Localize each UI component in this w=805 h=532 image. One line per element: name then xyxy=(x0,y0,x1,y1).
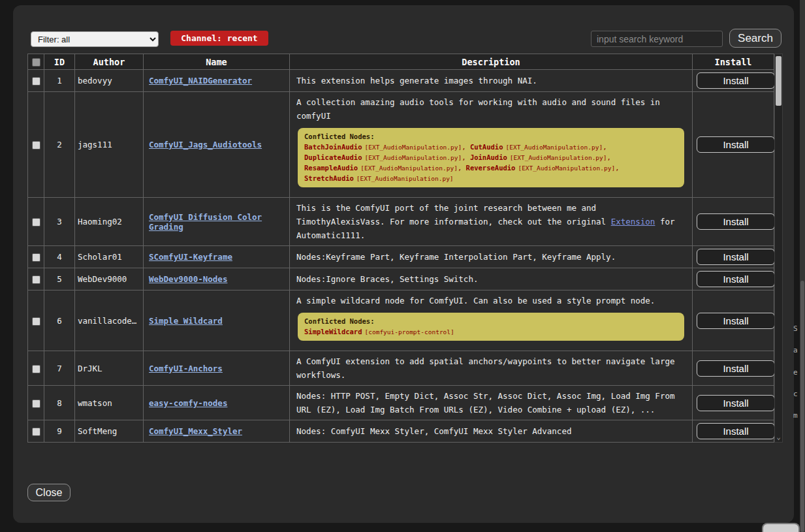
description-text: Nodes: HTTP POST, Empty Dict, Assoc Str,… xyxy=(296,391,674,415)
conflict-node-name: StretchAudio xyxy=(304,174,354,182)
conflict-node-source: [EXT_AudioManipulation.py] xyxy=(505,144,603,151)
node-description-cell: Nodes: ComfyUI Mexx Styler, ComfyUI Mexx… xyxy=(290,420,693,443)
conflict-title: Conflicted Nodes: xyxy=(304,132,678,142)
install-cell: Install xyxy=(693,198,774,246)
node-author: vanillacode… xyxy=(75,290,144,351)
node-id: 7 xyxy=(44,351,75,386)
install-button[interactable]: Install xyxy=(697,249,775,265)
node-name-link[interactable]: SComfyUI-Keyframe xyxy=(149,252,232,262)
install-button[interactable]: Install xyxy=(697,313,775,329)
row-checkbox-cell xyxy=(28,198,44,246)
row-checkbox[interactable] xyxy=(32,77,40,86)
conflict-node-source: [EXT_AudioManipulation.py] xyxy=(365,154,462,161)
conflict-separator: , xyxy=(462,153,470,161)
row-checkbox[interactable] xyxy=(32,365,40,373)
header-id: ID xyxy=(44,54,75,70)
header-install: Install xyxy=(693,54,774,70)
node-name-cell: Simple Wildcard xyxy=(144,290,290,351)
node-id: 5 xyxy=(44,268,75,290)
description-text: Nodes:Ignore Braces, Settings Switch. xyxy=(296,274,478,284)
install-button[interactable]: Install xyxy=(697,72,775,89)
node-name-cell: ComfyUI_Jags_Audiotools xyxy=(144,92,290,198)
filter-select[interactable]: Filter: all xyxy=(31,31,159,47)
install-button[interactable]: Install xyxy=(697,360,775,377)
description-link[interactable]: Extension xyxy=(611,217,655,227)
conflict-list: SimpleWildcard[comfyui-prompt-control] xyxy=(304,326,678,337)
install-button[interactable]: Install xyxy=(697,136,775,153)
node-name-link[interactable]: Simple Wildcard xyxy=(149,316,223,326)
select-all-checkbox[interactable] xyxy=(32,58,40,67)
table-scrollbar[interactable]: ⌄ xyxy=(774,54,783,443)
node-author: Haoming02 xyxy=(75,198,144,246)
conflict-node-source: [EXT_AudioManipulation.py] xyxy=(518,164,615,172)
row-checkbox[interactable] xyxy=(32,399,40,408)
node-description-cell: Nodes: Yolov8Detection, Yolov8Segmentati… xyxy=(290,443,693,443)
row-checkbox[interactable] xyxy=(32,317,40,326)
node-name-link[interactable]: easy-comfy-nodes xyxy=(149,398,227,408)
row-checkbox-cell xyxy=(28,246,44,268)
node-author: DrJKL xyxy=(75,351,144,386)
node-name-cell: WebDev9000-Nodes xyxy=(144,268,290,290)
node-name-link[interactable]: ComfyUI-Anchors xyxy=(149,364,223,373)
row-checkbox[interactable] xyxy=(32,428,40,436)
header-author: Author xyxy=(75,54,144,70)
node-row: 4Scholar01SComfyUI-KeyframeNodes:Keyfram… xyxy=(28,246,774,268)
conflicted-nodes-box: Conflicted Nodes:BatchJoinAudio[EXT_Audi… xyxy=(298,128,684,187)
node-row: 5WebDev9000WebDev9000-NodesNodes:Ignore … xyxy=(28,268,774,290)
scroll-down-icon[interactable]: ⌄ xyxy=(775,433,782,441)
install-cell: Install xyxy=(693,246,774,268)
conflict-node-name: ReverseAudio xyxy=(466,164,516,172)
row-checkbox[interactable] xyxy=(32,253,40,262)
description-text: This extension helps generate images thr… xyxy=(296,76,537,86)
node-id: 6 xyxy=(44,290,75,351)
row-checkbox[interactable] xyxy=(32,275,40,284)
row-checkbox-cell xyxy=(28,92,44,198)
search-input[interactable] xyxy=(591,31,723,47)
page-scrollbar[interactable] xyxy=(800,0,805,532)
node-description: Nodes:Keyframe Part, Keyframe Interpolat… xyxy=(296,250,686,264)
conflict-node-name: DuplicateAudio xyxy=(304,153,362,161)
node-name-link[interactable]: WebDev9000-Nodes xyxy=(149,274,227,284)
node-description-cell: This is the ComfyUI port of the joint re… xyxy=(290,198,693,246)
description-text: Nodes:Keyframe Part, Keyframe Interpolat… xyxy=(296,252,616,262)
node-name-link[interactable]: ComfyUI_NAIDGenerator xyxy=(149,76,252,86)
install-cell: Install xyxy=(693,443,774,443)
node-name-link[interactable]: ComfyUI_Mexx_Styler xyxy=(149,426,242,436)
install-button[interactable]: Install xyxy=(697,395,775,411)
edge-text-fragment: m xyxy=(793,411,798,420)
node-author: bedovyy xyxy=(75,70,144,92)
node-description-cell: Nodes:Keyframe Part, Keyframe Interpolat… xyxy=(290,246,693,268)
node-row: 7DrJKLComfyUI-AnchorsA ComfyUI extension… xyxy=(28,351,774,386)
node-description-cell: Nodes:Ignore Braces, Settings Switch. xyxy=(290,268,693,290)
conflict-node-source: [EXT_AudioManipulation.py] xyxy=(510,154,607,161)
install-button[interactable]: Install xyxy=(697,271,775,287)
install-cell: Install xyxy=(693,420,774,443)
node-name-link[interactable]: ComfyUI_Jags_Audiotools xyxy=(149,140,262,149)
node-name-link[interactable]: ComfyUI Diffusion Color Grading xyxy=(149,212,262,232)
node-description: This is the ComfyUI port of the joint re… xyxy=(296,201,686,242)
node-row: 10zcfrank1stComfyUI Yolov8Nodes: Yolov8D… xyxy=(28,443,774,443)
description-text: A simple wildcard node for ComfyUI. Can … xyxy=(296,296,655,305)
install-button[interactable]: Install xyxy=(697,213,775,230)
conflict-node-name: ResampleAudio xyxy=(304,164,358,172)
node-id: 4 xyxy=(44,246,75,268)
row-checkbox[interactable] xyxy=(32,141,40,149)
search-button[interactable]: Search xyxy=(729,29,781,48)
install-button[interactable]: Install xyxy=(697,423,775,439)
node-row: 2jags111ComfyUI_Jags_AudiotoolsA collect… xyxy=(28,92,774,198)
row-checkbox-cell xyxy=(28,290,44,351)
conflict-node-name: SimpleWildcard xyxy=(304,328,362,336)
conflict-title: Conflicted Nodes: xyxy=(304,317,678,326)
install-cell: Install xyxy=(693,92,774,198)
node-row: 3Haoming02ComfyUI Diffusion Color Gradin… xyxy=(28,198,774,246)
node-row: 1bedovyyComfyUI_NAIDGeneratorThis extens… xyxy=(28,70,774,92)
channel-badge: Channel: recent xyxy=(170,31,268,46)
close-button[interactable]: Close xyxy=(27,484,71,501)
table-scrollbar-thumb[interactable] xyxy=(776,56,781,106)
nodes-table: ID Author Name Description Install 1bedo… xyxy=(27,54,774,443)
row-checkbox-cell xyxy=(28,443,44,443)
page-scrollbar-thumb[interactable] xyxy=(800,281,804,532)
install-cell: Install xyxy=(693,70,774,92)
node-description: Nodes:Ignore Braces, Settings Switch. xyxy=(296,272,686,286)
row-checkbox[interactable] xyxy=(32,218,40,227)
